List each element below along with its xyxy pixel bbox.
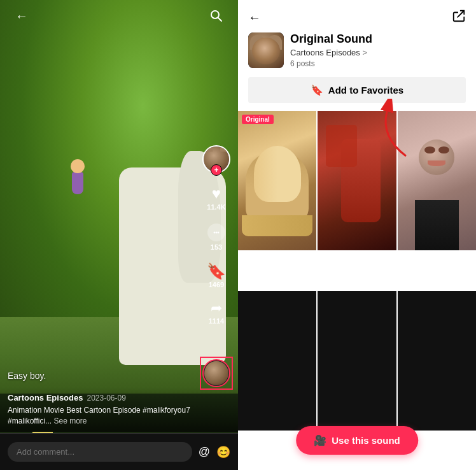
rapunzel-body — [72, 172, 83, 194]
see-more-link[interactable]: See more — [53, 417, 87, 425]
video-thumb-1[interactable]: Original — [238, 111, 316, 250]
bottom-info: Cartoons Episodes 2023-06-09 Animation M… — [0, 388, 238, 432]
use-sound-label: Use this sound — [332, 435, 400, 446]
right-panel: ← Original Sound Cartoons Episodes > 6 p… — [238, 0, 476, 470]
right-share-button[interactable] — [452, 9, 466, 26]
right-actions: + ♥ 11.4K 153 🔖 1469 ➦ 1114 — [202, 145, 230, 325]
comment-bar: @ 😊 — [0, 433, 238, 470]
original-badge: Original — [242, 115, 274, 124]
caption-text: Animation Movie Best Cartoon Episode #ma… — [8, 405, 230, 427]
sound-channel[interactable]: Cartoons Episodes > — [290, 48, 466, 57]
emoji-icon[interactable]: 😊 — [216, 445, 230, 459]
back-button[interactable]: ← — [10, 4, 33, 27]
post-date: 2023-06-09 — [87, 394, 125, 402]
share-icon: ➦ — [211, 301, 222, 315]
use-sound-button[interactable]: 🎥 Use this sound — [296, 426, 418, 455]
svg-point-3 — [216, 232, 218, 234]
favorites-bookmark-icon: 🔖 — [311, 84, 323, 96]
video-thumb-3[interactable] — [398, 111, 476, 250]
right-header: ← — [238, 0, 476, 32]
like-count: 11.4K — [207, 203, 225, 211]
channel-line: Cartoons Episodes 2023-06-09 — [8, 393, 230, 402]
video-thumb-5[interactable] — [318, 291, 396, 431]
svg-line-1 — [218, 18, 221, 21]
left-panel: ← + ♥ 11.4K — [0, 0, 238, 470]
sound-thumbnail — [248, 32, 284, 68]
video-thumb-4[interactable] — [238, 291, 316, 431]
comment-input[interactable] — [8, 442, 192, 462]
right-back-button[interactable]: ← — [248, 10, 261, 25]
channel-name-right: Cartoons Episodes — [290, 48, 360, 57]
creator-avatar[interactable]: + — [202, 145, 230, 173]
left-nav: ← — [0, 0, 238, 32]
tj-ear-left — [205, 145, 213, 152]
like-button[interactable]: ♥ 11.4K — [207, 186, 225, 211]
svg-point-0 — [211, 11, 219, 18]
follow-badge[interactable]: + — [211, 164, 222, 176]
video-thumb-2[interactable] — [318, 111, 396, 250]
add-to-favorites-button[interactable]: 🔖 Add to Favorites — [248, 77, 466, 103]
video-thumb-6[interactable] — [398, 291, 476, 431]
sound-details: Original Sound Cartoons Episodes > 6 pos… — [290, 32, 466, 68]
share-count: 1114 — [209, 317, 224, 325]
svg-point-4 — [218, 232, 220, 234]
comment-icon — [207, 224, 225, 241]
chevron-right-icon: > — [363, 48, 367, 57]
search-button[interactable] — [205, 4, 228, 27]
bookmark-icon: 🔖 — [207, 264, 226, 279]
sound-info: Original Sound Cartoons Episodes > 6 pos… — [238, 32, 476, 77]
thumb-face — [252, 38, 281, 64]
comment-button[interactable]: 153 — [207, 224, 225, 251]
bookmark-button[interactable]: 🔖 1469 — [207, 264, 226, 288]
video-grid: Original — [238, 111, 476, 470]
comment-count: 153 — [211, 243, 222, 251]
channel-name-left[interactable]: Cartoons Episodes — [8, 393, 83, 402]
rapunzel-head — [71, 159, 85, 173]
camera-icon: 🎥 — [314, 434, 326, 446]
svg-point-2 — [214, 232, 216, 234]
tj-ear-right — [220, 145, 228, 152]
easy-boy-text: Easy boy. — [8, 371, 186, 381]
caption-content: Animation Movie Best Cartoon Episode #ma… — [8, 406, 190, 425]
sound-post-count: 6 posts — [290, 59, 466, 68]
share-button[interactable]: ➦ 1114 — [209, 301, 224, 325]
heart-icon: ♥ — [212, 186, 221, 201]
music-disk-wrapper — [200, 357, 233, 390]
sound-title: Original Sound — [290, 32, 466, 46]
at-icon[interactable]: @ — [199, 445, 210, 459]
favorites-label: Add to Favorites — [328, 85, 403, 96]
bookmark-count: 1469 — [209, 281, 224, 288]
